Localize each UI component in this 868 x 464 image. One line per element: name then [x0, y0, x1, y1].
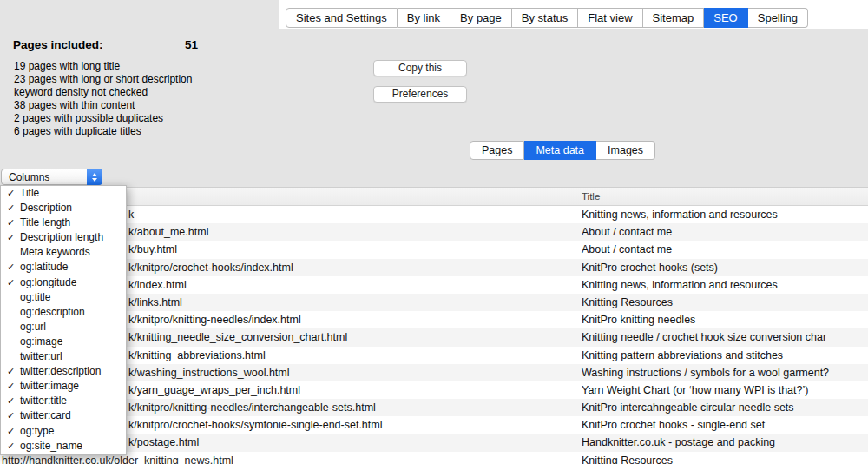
- main-tabbar: Sites and Settings By link By page By st…: [286, 8, 808, 28]
- table-row[interactable]: k/about_me.html About / contact me: [0, 223, 868, 241]
- stat-line: 2 pages with possible duplicates: [14, 112, 192, 125]
- checkmark-icon: ✓: [4, 260, 17, 275]
- tab-sites-and-settings[interactable]: Sites and Settings: [286, 8, 398, 28]
- title-cell: Yarn Weight Chart (or ‘how many WPI is t…: [582, 384, 808, 396]
- title-cell: About / contact me: [582, 226, 672, 238]
- menu-item-twitter-title[interactable]: ✓ twitter:title: [1, 394, 126, 408]
- checkmark-icon: ✓: [4, 201, 17, 215]
- columns-menu: ✓ Title ✓ Description ✓ Title length ✓ D…: [0, 185, 127, 455]
- checkmark-icon: ✓: [4, 424, 17, 439]
- meta-data-table: Title k Knitting news, information and r…: [0, 187, 868, 464]
- table-row[interactable]: k/links.html Knitting Resources: [0, 294, 868, 311]
- menu-item-description[interactable]: ✓ Description: [1, 201, 126, 215]
- title-cell: Knitting Resources: [582, 296, 673, 308]
- checkmark-icon: ✓: [4, 364, 17, 379]
- table-row[interactable]: k/postage.html Handknitter.co.uk - posta…: [0, 434, 868, 451]
- stat-line: 38 pages with thin content: [14, 99, 192, 112]
- seo-summary-stats: 19 pages with long title 23 pages with l…: [14, 60, 192, 138]
- checkmark-icon: ✓: [4, 215, 17, 230]
- checkmark-icon: ✓: [4, 230, 17, 245]
- title-cell: KnitPro intercahngeable circular needle …: [582, 401, 794, 414]
- checkmark-icon: ✓: [4, 275, 17, 290]
- url-cell: k/knitpro/knitting-needles/interchangeab…: [128, 401, 376, 414]
- subtab-pages[interactable]: Pages: [470, 141, 524, 160]
- checkmark-icon: ✓: [4, 186, 17, 201]
- tab-by-page[interactable]: By page: [450, 8, 512, 28]
- menu-item-twitter-card[interactable]: ✓ twitter:card: [1, 408, 126, 423]
- popup-double-arrow-icon: [87, 169, 102, 185]
- menu-item-og-longitude[interactable]: ✓ og:longitude: [1, 275, 126, 290]
- title-column-header[interactable]: Title: [582, 191, 600, 202]
- table-row[interactable]: k/knitpro/crochet-hooks/symfonie-single-…: [0, 416, 868, 434]
- menu-item-title[interactable]: ✓ Title: [1, 186, 126, 201]
- table-row[interactable]: k/washing_instructions_wool.html Washing…: [0, 364, 868, 381]
- table-row[interactable]: k/buy.html About / contact me: [0, 241, 868, 258]
- title-cell: Knitting news, information and resources: [582, 279, 778, 291]
- url-cell: k/index.html: [128, 279, 187, 291]
- menu-item-description-length[interactable]: ✓ Description length: [1, 230, 126, 245]
- seo-window: Sites and Settings By link By page By st…: [0, 0, 868, 464]
- menu-item-twitter-image[interactable]: ✓ twitter:image: [1, 379, 126, 394]
- menu-item-og-site-name[interactable]: ✓ og:site_name: [1, 439, 126, 454]
- url-cell: k/knitting_abbreviations.html: [128, 349, 266, 361]
- columns-dropdown[interactable]: Columns: [1, 169, 102, 185]
- stat-line: 6 pages with duplicate titles: [14, 125, 192, 138]
- tab-seo[interactable]: SEO: [704, 8, 747, 28]
- table-row[interactable]: k/index.html Knitting news, information …: [0, 276, 868, 294]
- copy-this-button[interactable]: Copy this: [373, 60, 467, 76]
- stat-line: 23 pages with long or short description: [14, 73, 192, 86]
- url-cell: k/yarn_guage_wraps_per_inch.html: [128, 384, 300, 396]
- title-cell: Knitting needle / crochet hook size conv…: [582, 331, 826, 343]
- table-row[interactable]: k/knitpro/crochet-hooks/index.html KnitP…: [0, 259, 868, 276]
- columns-dropdown-label: Columns: [9, 170, 49, 184]
- title-cell: KnitPro crochet hooks (sets): [582, 262, 718, 274]
- tab-sitemap[interactable]: Sitemap: [643, 8, 705, 28]
- url-cell: http://handknitter.co.uk/older_knitting_…: [2, 454, 233, 464]
- title-cell: About / contact me: [582, 243, 672, 255]
- menu-item-title-length[interactable]: ✓ Title length: [1, 215, 126, 230]
- table-row[interactable]: k/knitpro/knitting-needles/index.html Kn…: [0, 311, 868, 328]
- menu-item-og-url[interactable]: og:url: [1, 320, 126, 335]
- column-divider: [575, 188, 575, 207]
- url-cell: k/knitpro/crochet-hooks/symfonie-single-…: [128, 419, 382, 431]
- checkmark-icon: ✓: [4, 408, 17, 423]
- table-row[interactable]: http://handknitter.co.uk/older_knitting_…: [0, 452, 868, 464]
- subtab-images[interactable]: Images: [596, 141, 655, 160]
- tab-by-status[interactable]: By status: [512, 8, 578, 28]
- tab-flat-view[interactable]: Flat view: [578, 8, 642, 28]
- url-cell: k/knitting_needle_size_conversion_chart.…: [128, 331, 347, 343]
- pages-included-label: Pages included:: [13, 38, 103, 51]
- tab-by-link[interactable]: By link: [398, 8, 450, 28]
- table-row[interactable]: k/knitting_abbreviations.html Knitting p…: [0, 347, 868, 364]
- preferences-button[interactable]: Preferences: [373, 86, 467, 103]
- checkmark-icon: ✓: [4, 439, 17, 454]
- tab-spelling[interactable]: Spelling: [748, 8, 808, 28]
- menu-item-twitter-description[interactable]: ✓ twitter:description: [1, 364, 126, 379]
- menu-item-twitter-url[interactable]: twitter:url: [1, 349, 126, 364]
- menu-item-og-type[interactable]: ✓ og:type: [1, 424, 126, 439]
- menu-item-og-title[interactable]: og:title: [1, 290, 126, 305]
- checkmark-icon: ✓: [4, 379, 17, 394]
- url-cell: k/links.html: [128, 296, 182, 308]
- url-cell: k: [128, 209, 134, 221]
- table-row[interactable]: k Knitting news, information and resourc…: [0, 206, 868, 223]
- table-row[interactable]: k/knitting_needle_size_conversion_chart.…: [0, 328, 868, 346]
- table-row[interactable]: k/yarn_guage_wraps_per_inch.html Yarn We…: [0, 381, 868, 399]
- title-cell: Knitting pattern abbreviations and stitc…: [582, 349, 783, 361]
- stat-line: keyword density not checked: [14, 86, 192, 99]
- table-row[interactable]: k/knitpro/knitting-needles/interchangeab…: [0, 399, 868, 416]
- menu-item-meta-keywords[interactable]: Meta keywords: [1, 245, 126, 260]
- url-cell: k/buy.html: [128, 243, 177, 255]
- title-cell: KnitPro crochet hooks - single-end set: [582, 419, 765, 431]
- table-header: Title: [0, 187, 868, 206]
- subtab-meta-data[interactable]: Meta data: [524, 141, 596, 160]
- menu-item-og-image[interactable]: og:image: [1, 335, 126, 349]
- table-rows: k Knitting news, information and resourc…: [0, 206, 868, 464]
- menu-item-og-latitude[interactable]: ✓ og:latitude: [1, 260, 126, 275]
- url-cell: k/knitpro/crochet-hooks/index.html: [128, 262, 293, 274]
- url-cell: k/postage.html: [128, 436, 199, 448]
- title-cell: Washing instructions / symbols for a woo…: [582, 367, 829, 379]
- menu-item-og-description[interactable]: og:description: [1, 305, 126, 320]
- title-cell: Knitting news, information and resources: [582, 209, 778, 221]
- pages-included-count: 51: [185, 38, 198, 51]
